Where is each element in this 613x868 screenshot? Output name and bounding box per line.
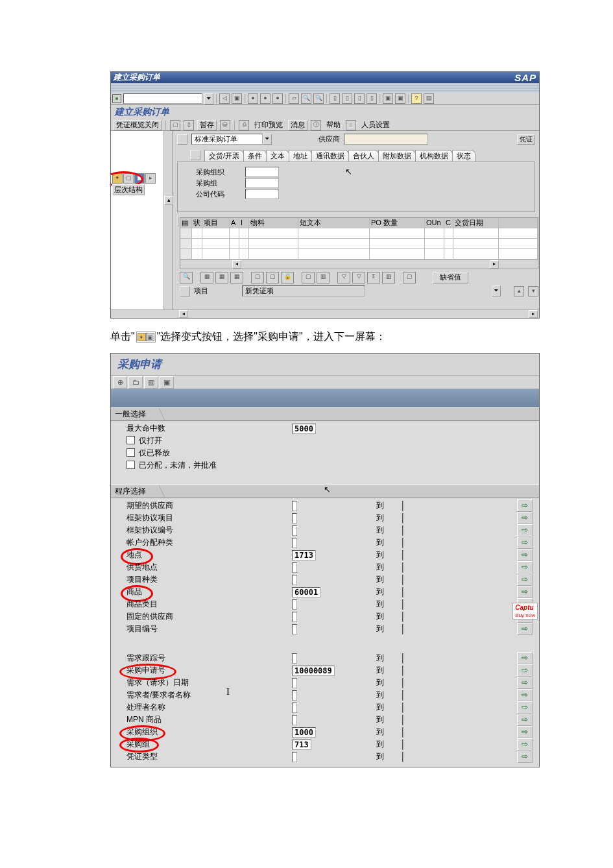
purch-org-field[interactable] (245, 167, 279, 177)
value-from-field[interactable] (292, 653, 297, 664)
value-from-field[interactable] (292, 678, 297, 688)
company-field[interactable] (245, 189, 279, 199)
value-from-field[interactable] (292, 501, 297, 511)
multiple-selection-button[interactable]: ⇨ (517, 714, 533, 726)
value-to-field[interactable] (402, 612, 403, 622)
exit-icon[interactable]: ● (260, 93, 270, 104)
multiple-selection-button[interactable]: ⇨ (517, 586, 533, 598)
multiple-selection-button[interactable]: ⇨ (517, 524, 533, 536)
select-all-icon[interactable]: ▦ (200, 272, 213, 283)
multiple-selection-button[interactable]: ⇨ (517, 701, 533, 714)
value-from-field[interactable] (292, 715, 297, 725)
sort-icon[interactable]: ▦ (230, 272, 243, 283)
hscroll-right-icon[interactable]: ▸ (490, 260, 499, 269)
value-from-field[interactable] (292, 612, 297, 622)
hscroll-left-icon[interactable]: ◂ (232, 260, 241, 269)
collapse-icon[interactable]: ▥ (317, 272, 330, 283)
value-to-field[interactable] (402, 538, 403, 548)
command-dropdown[interactable]: ⏷ (204, 93, 213, 104)
other-po-icon[interactable]: ▯ (184, 120, 194, 130)
value-from-field[interactable] (292, 575, 297, 585)
deselect-icon[interactable]: ▦ (215, 272, 228, 283)
save-icon[interactable]: ◁ (219, 93, 230, 104)
value-to-field[interactable] (402, 727, 403, 738)
value-to-field[interactable] (402, 752, 403, 762)
multiple-selection-button[interactable]: ⇨ (517, 536, 533, 549)
vendor-field[interactable] (344, 134, 428, 145)
grid-col-a[interactable]: A (230, 218, 239, 228)
new-session-icon[interactable]: ▣ (383, 93, 393, 104)
print-icon[interactable]: ▱ (289, 93, 299, 104)
value-from-field[interactable] (292, 599, 297, 610)
onlyopen-checkbox[interactable]: 仅打开 (115, 435, 292, 446)
print-preview-button[interactable]: 打印预览 (252, 121, 285, 130)
value-from-field[interactable] (292, 690, 297, 701)
item-next-icon[interactable]: ▾ (528, 286, 538, 296)
value-to-field[interactable] (402, 653, 403, 664)
value-from-field[interactable]: 60001 (292, 587, 320, 597)
value-to-field[interactable] (402, 501, 403, 511)
grid-col-shorttext[interactable]: 短文本 (298, 218, 370, 228)
value-to-field[interactable] (402, 525, 403, 536)
delete-icon[interactable]: ▢ (266, 272, 279, 283)
cancel-icon[interactable]: ● (272, 93, 283, 104)
tab-status[interactable]: 状态 (452, 150, 475, 162)
grid-col-i[interactable]: I (239, 218, 249, 228)
create-icon[interactable]: ▢ (170, 120, 180, 130)
chevron-down-icon[interactable]: ⏷ (263, 134, 272, 145)
expand-icon[interactable]: ▢ (302, 272, 315, 283)
tab-delivery-invoice[interactable]: 交货/开票 (204, 150, 244, 162)
multiple-selection-button[interactable]: ⇨ (517, 500, 533, 512)
value-to-field[interactable] (402, 562, 403, 573)
multiple-selection-button[interactable]: ⇨ (517, 689, 533, 701)
enter-icon[interactable] (112, 94, 121, 103)
shortcut-icon[interactable]: ▣ (395, 93, 405, 104)
completion-button[interactable]: 凭证 (517, 134, 535, 145)
value-to-field[interactable] (402, 599, 403, 610)
save-po-icon[interactable]: ⛁ (220, 120, 230, 130)
help-button[interactable]: 帮助 (324, 121, 343, 130)
maxhits-field[interactable]: 5000 (292, 424, 316, 434)
item-detail-toggle[interactable] (180, 286, 190, 296)
info-icon[interactable]: ⓘ (311, 120, 321, 130)
layout-icon[interactable]: ▤ (424, 93, 434, 104)
onlyreleased-checkbox[interactable]: 仅已释放 (115, 448, 292, 459)
grid-col-oun[interactable]: OUn (425, 218, 444, 228)
value-to-field[interactable] (402, 624, 403, 634)
tab-toggle[interactable] (190, 150, 200, 160)
help-icon[interactable]: ? (411, 93, 422, 104)
grid-col-select[interactable]: ▤ (180, 218, 192, 228)
multiple-selection-button[interactable]: ⇨ (517, 573, 533, 586)
dynamic-sel-icon[interactable]: ▥ (144, 376, 158, 389)
prev-page-icon[interactable]: ▯ (342, 93, 352, 104)
detail-icon[interactable]: 🔍 (180, 272, 193, 283)
tab-additional[interactable]: 附加数据 (378, 150, 416, 162)
item-dd-icon[interactable]: ⏷ (492, 285, 501, 296)
item-prev-icon[interactable]: ▴ (514, 286, 524, 296)
value-from-field[interactable] (292, 525, 297, 536)
value-to-field[interactable] (402, 550, 403, 561)
value-from-field[interactable] (292, 752, 297, 762)
multiple-selection-button[interactable]: ⇨ (517, 623, 533, 635)
value-from-field[interactable] (292, 624, 297, 634)
get-variant-icon[interactable]: 🗀 (128, 376, 143, 389)
value-from-field[interactable] (292, 562, 297, 573)
last-page-icon[interactable]: ▯ (367, 93, 377, 104)
grid-col-qty[interactable]: PO 数量 (370, 218, 425, 228)
multiple-selection-button[interactable]: ⇨ (517, 738, 533, 751)
grid-col-deldate[interactable]: 交货日期 (453, 218, 499, 228)
multiple-selection-button[interactable]: ⇨ (517, 561, 533, 573)
value-to-field[interactable] (402, 666, 403, 676)
tab-communication[interactable]: 通讯数据 (311, 150, 349, 162)
purch-grp-field[interactable] (245, 178, 279, 188)
header-toggle[interactable] (177, 134, 187, 145)
window-hscrollbar[interactable]: ◂▸ (111, 309, 539, 318)
layout-save-icon[interactable]: ▢ (403, 272, 416, 283)
value-to-field[interactable] (402, 703, 403, 713)
back-icon[interactable]: ● (248, 93, 258, 104)
print-preview-icon[interactable]: ⎙ (239, 120, 249, 130)
copy-icon[interactable]: ▢ (251, 272, 264, 283)
value-to-field[interactable] (402, 587, 403, 597)
value-to-field[interactable] (402, 715, 403, 725)
grid-col-c[interactable]: C (444, 218, 453, 228)
